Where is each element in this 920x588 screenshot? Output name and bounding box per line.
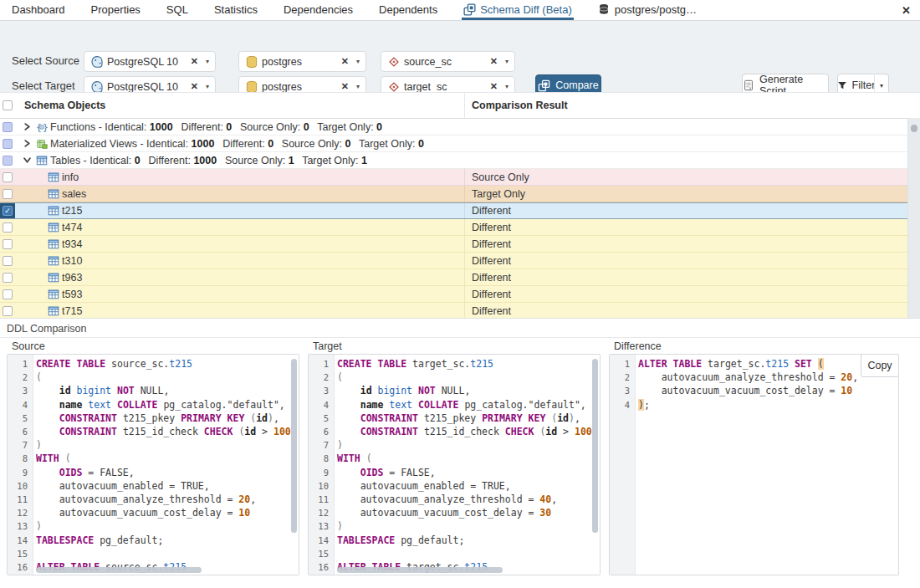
ddl-comparison-section: DDL Comparison Source1CREATE TABLE sourc… <box>0 318 920 588</box>
table-name: t474 <box>62 222 82 233</box>
filter-icon <box>837 80 847 90</box>
line-number: 11 <box>8 493 36 506</box>
tab-label: Properties <box>91 3 141 16</box>
tables-icon <box>36 155 48 166</box>
table-row-t934[interactable]: t934Different <box>0 236 908 253</box>
comparison-result-value: Different <box>464 219 908 235</box>
table-name: t310 <box>62 255 82 267</box>
tab-bar: DashboardPropertiesSQLStatisticsDependen… <box>0 0 920 21</box>
code-line: 14TABLESPACE pg_default; <box>8 534 299 547</box>
caret-down-icon[interactable]: ▾ <box>206 58 209 65</box>
target-pane-label: Target <box>313 340 342 352</box>
vertical-scrollbar-thumb[interactable] <box>291 359 297 533</box>
group-checkbox[interactable] <box>3 139 13 149</box>
row-checkbox[interactable] <box>3 172 13 182</box>
code-area: 1CREATE TABLE source_sc.t2152(3 id bigin… <box>8 355 299 574</box>
row-checkbox[interactable]: ✓ <box>3 206 13 216</box>
clear-icon[interactable]: ✕ <box>191 56 198 67</box>
schema-objects-header[interactable]: Schema Objects <box>24 100 105 111</box>
comparison-grid: Schema Objects Comparison Result {}Funct… <box>0 92 920 318</box>
row-checkbox[interactable] <box>3 189 13 199</box>
row-checkbox[interactable] <box>3 289 13 299</box>
clear-icon[interactable]: ✕ <box>490 81 498 92</box>
horizontal-scrollbar-thumb[interactable] <box>337 567 503 573</box>
line-number: 14 <box>8 534 36 547</box>
code-line: 12 autovacuum_vacuum_cost_delay = 10 <box>8 506 299 519</box>
source-server-select[interactable]: PostgreSQL 10 ✕ ▾ <box>84 51 216 72</box>
table-row-t310[interactable]: t310Different <box>0 253 908 269</box>
difference-ddl-editor[interactable]: 1ALTER TABLE target_sc.t215 SET (2 autov… <box>609 354 899 575</box>
group-row-tables[interactable]: Tables - Identical: 0 Different: 1000 So… <box>0 152 908 169</box>
source-schema-select[interactable]: source_sc ✕ ▾ <box>381 51 515 72</box>
caret-down-icon[interactable]: ▾ <box>505 58 509 65</box>
line-number: 9 <box>8 466 36 479</box>
line-number: 1 <box>8 357 36 371</box>
target-ddl-editor[interactable]: 1CREATE TABLE target_sc.t2152(3 id bigin… <box>308 354 601 575</box>
controls-panel: Select Source Select Target PostgreSQL 1… <box>0 21 920 92</box>
chevron-down-icon[interactable] <box>22 156 32 164</box>
line-number: 3 <box>309 384 337 397</box>
chevron-right-icon[interactable] <box>22 140 32 147</box>
row-checkbox[interactable] <box>3 306 13 316</box>
tab-label: Schema Diff (Beta) <box>480 3 572 16</box>
tab-statistics[interactable]: Statistics <box>212 0 259 20</box>
table-row-info[interactable]: infoSource Only <box>0 169 908 186</box>
grid-scrollbar[interactable] <box>907 118 920 318</box>
tab-label: SQL <box>166 3 188 16</box>
compare-button-label: Compare <box>555 79 598 91</box>
source-ddl-editor[interactable]: 1CREATE TABLE source_sc.t2152(3 id bigin… <box>7 354 299 575</box>
row-checkbox[interactable] <box>3 256 13 266</box>
table-row-t593[interactable]: t593Different <box>0 286 908 303</box>
select-all-checkbox[interactable] <box>3 100 13 110</box>
caret-down-icon[interactable]: ▾ <box>505 83 509 90</box>
tab-dependents[interactable]: Dependents <box>377 0 439 20</box>
table-row-t715[interactable]: t715Different <box>0 303 908 320</box>
tab-properties[interactable]: Properties <box>89 0 142 20</box>
tables-icon <box>48 305 59 317</box>
table-row-t963[interactable]: t963Different <box>0 269 908 286</box>
tables-icon <box>48 272 59 284</box>
line-number: 16 <box>309 560 337 574</box>
postgresql-server-icon <box>90 55 104 69</box>
horizontal-scrollbar-thumb[interactable] <box>36 567 202 573</box>
code-line: 4); <box>610 398 898 412</box>
comparison-result-header[interactable]: Comparison Result <box>464 93 920 118</box>
code-line: 7) <box>8 438 299 452</box>
caret-down-icon[interactable]: ▾ <box>206 83 209 90</box>
tab-schema-diff-beta[interactable]: Schema Diff (Beta) <box>462 0 574 20</box>
clear-icon[interactable]: ✕ <box>341 56 349 67</box>
tables-icon <box>48 255 59 267</box>
line-number: 6 <box>309 425 337 438</box>
tab-sql[interactable]: SQL <box>165 0 190 20</box>
clear-icon[interactable]: ✕ <box>490 56 498 67</box>
copy-button[interactable]: Copy <box>861 354 899 377</box>
clear-icon[interactable]: ✕ <box>191 81 198 92</box>
group-row-materialized-views[interactable]: Materialized Views - Identical: 1000 Dif… <box>0 135 908 152</box>
grid-scrollbar-thumb[interactable] <box>911 125 917 132</box>
row-checkbox[interactable] <box>3 273 13 283</box>
caret-down-icon[interactable]: ▾ <box>356 58 360 65</box>
chevron-right-icon[interactable] <box>22 123 32 130</box>
table-row-t474[interactable]: t474Different <box>0 219 908 236</box>
row-checkbox[interactable] <box>3 222 13 233</box>
vertical-scrollbar-thumb[interactable] <box>592 359 598 533</box>
code-line: 4 name text COLLATE pg_catalog."default"… <box>309 398 600 412</box>
table-row-sales[interactable]: salesTarget Only <box>0 186 908 202</box>
tab-dependencies[interactable]: Dependencies <box>282 0 355 20</box>
caret-down-icon[interactable]: ▾ <box>356 83 360 90</box>
group-checkbox[interactable] <box>3 122 13 132</box>
tab-postgres-postg[interactable]: postgres/postg… <box>596 0 698 20</box>
database-icon <box>245 55 258 69</box>
tables-icon <box>48 205 59 217</box>
group-checkbox[interactable] <box>3 156 13 166</box>
tab-dashboard[interactable]: Dashboard <box>10 0 67 20</box>
group-row-functions[interactable]: {}Functions - Identical: 1000 Different:… <box>0 119 908 135</box>
row-checkbox[interactable] <box>3 239 13 249</box>
close-icon[interactable]: ✕ <box>902 4 911 17</box>
source-database-select[interactable]: postgres ✕ ▾ <box>238 51 366 72</box>
code-line: 1ALTER TABLE target_sc.t215 SET ( <box>610 357 898 371</box>
table-row-t215[interactable]: ✓t215Different <box>0 202 908 219</box>
clear-icon[interactable]: ✕ <box>341 81 349 92</box>
target-server-value: PostgreSQL 10 <box>107 81 186 93</box>
line-number: 15 <box>8 547 36 560</box>
